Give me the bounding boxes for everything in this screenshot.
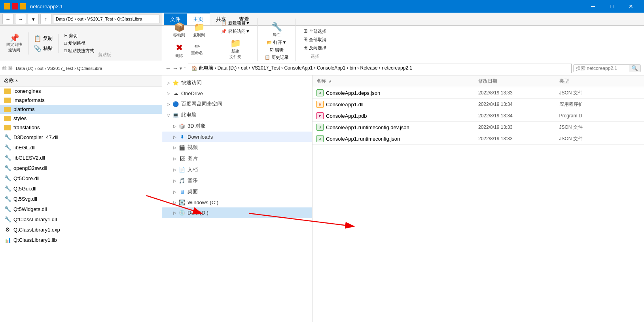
nav-item-pictures[interactable]: ▷ 🖼 图片 — [162, 153, 312, 164]
minimize-button[interactable]: ─ — [584, 1, 602, 12]
file-name: ConsoleApp1.pdb — [326, 113, 367, 119]
invert-select-btn[interactable]: 田 反向选择 — [301, 44, 329, 52]
folder-icon — [4, 125, 11, 130]
item-name: platforms — [13, 106, 34, 112]
list-item[interactable]: 🔧 D3Dcompiler_47.dll — [0, 132, 162, 142]
expand-icon[interactable]: ▽ — [165, 112, 172, 118]
open-btn[interactable]: 📂 打开▼ — [263, 39, 290, 46]
nav-recent-btn[interactable]: ▾ — [28, 14, 39, 24]
expand-icon[interactable]: ▷ — [172, 166, 178, 173]
paste-shortcut-btn[interactable]: □ 粘贴快捷方式 — [63, 47, 96, 54]
list-item[interactable]: translations — [0, 123, 162, 132]
nav-label: 百度网盘同步空间 — [181, 100, 222, 107]
file-row[interactable]: J ConsoleApp1.runtimeconfig.dev.json 202… — [313, 122, 644, 133]
expand-icon[interactable]: ▷ — [172, 199, 178, 205]
expand-icon[interactable]: ▷ — [172, 155, 178, 162]
nav-item-drive-d[interactable]: ▷ 💿 Data (D:) — [162, 207, 312, 218]
expand-icon[interactable]: ▷ — [165, 79, 172, 86]
expand-icon[interactable]: ▷ — [165, 90, 172, 96]
list-item[interactable]: ⚙ QtClassLibrary1.exp — [0, 224, 162, 235]
delete-btn[interactable]: ✖ 删除 — [172, 41, 186, 60]
search-button[interactable]: 🔍 — [629, 65, 640, 72]
3d-icon: 🎲 — [178, 123, 186, 129]
expand-icon[interactable]: ▷ — [172, 209, 178, 216]
nav-item-onedrive[interactable]: ▷ ☁ OneDrive — [162, 88, 312, 98]
file-row[interactable]: J ConsoleApp1.deps.json 2022/8/19 13:33 … — [313, 87, 644, 99]
copy-btn[interactable]: 📋 复制 — [31, 34, 55, 43]
nav-up-btn[interactable]: ↑ — [40, 14, 51, 24]
list-item[interactable]: 🔧 libGLESV2.dll — [0, 153, 162, 163]
list-item[interactable]: 📊 QtClassLibrary1.lib — [0, 235, 162, 245]
expand-icon[interactable]: ▷ — [172, 144, 178, 151]
expand-icon[interactable]: ▷ — [172, 188, 178, 195]
expand-icon[interactable]: ▷ — [172, 177, 178, 184]
deselect-all-btn[interactable]: 田 全部取消 — [301, 36, 329, 43]
expand-icon[interactable]: ▷ — [172, 134, 178, 140]
easy-access-btn[interactable]: 📌 轻松访问▼ — [219, 28, 252, 35]
properties-btn[interactable]: 🔧 属性 — [268, 20, 285, 39]
file-type: 应用程序扩 — [559, 101, 640, 108]
list-item[interactable]: 🔧 Qt5Widgets.dll — [0, 204, 162, 214]
list-item[interactable]: 🔧 Qt5Svg.dll — [0, 194, 162, 204]
cut-btn[interactable]: ✂ 剪切 — [63, 32, 96, 39]
list-item[interactable]: 🔧 opengl32sw.dll — [0, 163, 162, 173]
file-row[interactable]: P ConsoleApp1.pdb 2022/8/19 13:34 Progra… — [313, 110, 644, 122]
right-breadcrumb-bar[interactable]: 🏠 此电脑 › Data (D:) › out › VS2017_Test › … — [188, 64, 572, 73]
item-name: styles — [13, 115, 27, 121]
close-button[interactable]: ✕ — [622, 1, 640, 12]
copy-to-btn[interactable]: 📁 复制到 — [190, 21, 208, 40]
rename-btn[interactable]: ✏ 重命名 — [188, 41, 206, 60]
file-icon: 🔧 — [4, 144, 11, 151]
json-file-icon: J — [316, 124, 324, 131]
nav-item-3dobjects[interactable]: ▷ 🎲 3D 对象 — [162, 121, 312, 132]
forward-button[interactable]: → — [172, 65, 178, 72]
delete-icon: ✖ — [176, 43, 183, 53]
history-btn[interactable]: 📋 历史记录 — [263, 54, 290, 61]
item-name: Qt5Gui.dll — [13, 186, 36, 192]
new-item-btn[interactable]: 📋 新建项目▼ — [219, 19, 252, 27]
nav-item-computer[interactable]: ▽ 💻 此电脑 — [162, 109, 312, 121]
list-item[interactable]: 🔧 Qt5Core.dll — [0, 173, 162, 183]
select-all-btn[interactable]: 田 全部选择 — [301, 28, 329, 35]
nav-forward-btn[interactable]: → — [15, 14, 26, 24]
item-name: libEGL.dll — [13, 145, 36, 151]
list-item[interactable]: imageformats — [0, 96, 162, 105]
maximize-button[interactable]: □ — [603, 1, 621, 12]
back-button[interactable]: ← — [165, 65, 171, 72]
paste-btn[interactable]: 📎 粘贴 — [31, 44, 55, 53]
list-item[interactable]: 🔧 QtClassLibrary1.dll — [0, 214, 162, 224]
copy-path-btn[interactable]: □ 复制路径 — [63, 40, 96, 47]
nav-item-desktop[interactable]: ▷ 🖥 桌面 — [162, 186, 312, 197]
list-item[interactable]: iconengines — [0, 87, 162, 96]
nav-item-videos[interactable]: ▷ 🎬 视频 — [162, 142, 312, 153]
nav-item-documents[interactable]: ▷ 📄 文档 — [162, 164, 312, 175]
move-to-btn[interactable]: 📦 移动到 — [170, 21, 188, 40]
nav-item-baidu[interactable]: ▷ 🔵 百度网盘同步空间 — [162, 98, 312, 109]
list-item-platforms[interactable]: platforms — [0, 105, 162, 114]
nav-back-btn[interactable]: ← — [2, 14, 13, 24]
expand-icon[interactable]: ▷ — [165, 101, 172, 107]
item-name: translations — [13, 124, 40, 130]
list-item[interactable]: 🔧 libEGL.dll — [0, 142, 162, 153]
file-row[interactable]: J ConsoleApp1.runtimeconfig.json 2022/8/… — [313, 133, 644, 145]
new-folder-btn[interactable]: 📁 新建文件夹 — [226, 37, 244, 61]
recent-button[interactable]: ▾ — [180, 66, 182, 71]
pin-quickaccess-btn[interactable]: 📌 固定到快速访问 — [3, 32, 25, 55]
list-item[interactable]: styles — [0, 114, 162, 123]
list-item[interactable]: 🔧 Qt5Gui.dll — [0, 183, 162, 194]
search-input[interactable] — [574, 65, 629, 72]
up-button[interactable]: ↑ — [184, 65, 186, 72]
file-icon: 🔧 — [4, 154, 11, 161]
nav-item-downloads[interactable]: ▷ ⬇ Downloads — [162, 132, 312, 142]
expand-icon[interactable]: ▷ — [172, 123, 178, 129]
left-file-list: iconengines imageformats platforms style… — [0, 87, 162, 322]
nav-item-music[interactable]: ▷ 🎵 音乐 — [162, 175, 312, 186]
file-icon: 🔧 — [4, 134, 11, 141]
file-date: 2022/8/19 13:33 — [478, 136, 559, 141]
music-icon: 🎵 — [178, 177, 186, 184]
nav-item-quickaccess[interactable]: ▷ ⭐ 快速访问 — [162, 77, 312, 88]
nav-item-drive-c[interactable]: ▷ 💽 Windows (C:) — [162, 197, 312, 207]
nav-label: OneDrive — [181, 90, 203, 96]
file-row[interactable]: D ConsoleApp1.dll 2022/8/19 13:34 应用程序扩 — [313, 99, 644, 110]
edit-btn[interactable]: ☑ 编辑 — [263, 47, 290, 53]
